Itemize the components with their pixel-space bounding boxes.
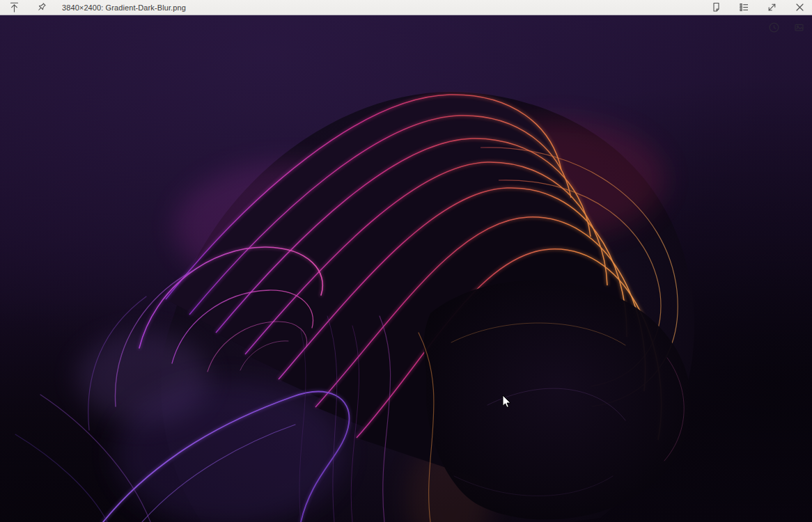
window-title: 3840×2400: Gradient-Dark-Blur.png <box>62 3 186 12</box>
titlebar[interactable]: 3840×2400: Gradient-Dark-Blur.png <box>0 0 812 15</box>
wallpaper-image <box>0 15 812 522</box>
scroll-to-top-icon[interactable] <box>8 1 20 13</box>
gallery-icon[interactable] <box>793 22 805 33</box>
pin-icon[interactable] <box>36 1 47 13</box>
file-page-icon[interactable] <box>710 1 722 13</box>
viewer-canvas <box>0 15 812 522</box>
timer-icon[interactable] <box>768 22 780 33</box>
viewer-overlay-controls <box>768 22 805 33</box>
file-list-icon[interactable] <box>738 1 750 13</box>
fullscreen-icon[interactable] <box>766 1 778 13</box>
close-icon[interactable] <box>794 1 806 13</box>
